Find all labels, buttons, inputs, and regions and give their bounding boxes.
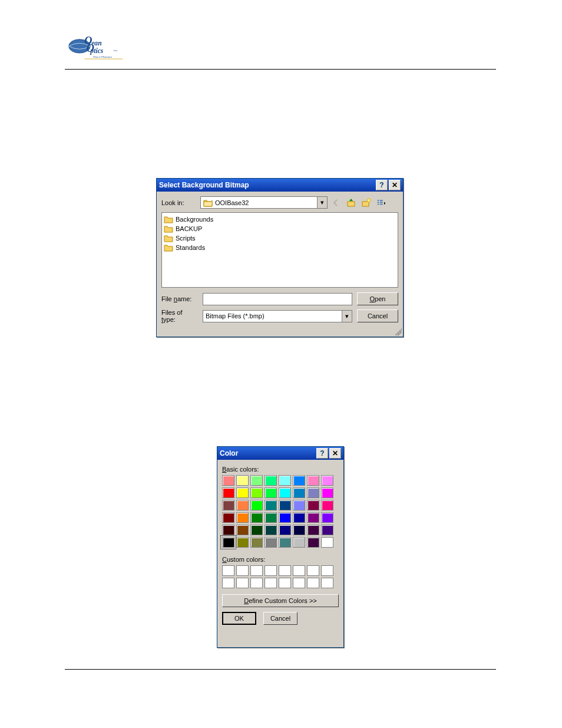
- custom-color-slot[interactable]: [279, 565, 291, 576]
- filetype-value: Bitmap Files (*.bmp): [203, 312, 342, 319]
- color-swatch[interactable]: [222, 525, 234, 535]
- up-one-level-icon[interactable]: [345, 197, 357, 209]
- list-item-label: Scripts: [176, 235, 196, 242]
- chevron-down-icon[interactable]: ▾: [317, 197, 327, 208]
- color-swatch[interactable]: [293, 487, 305, 498]
- color-swatch[interactable]: [321, 487, 333, 498]
- color-swatch[interactable]: [222, 512, 234, 523]
- back-icon[interactable]: [330, 197, 342, 209]
- cancel-button[interactable]: Cancel: [263, 612, 297, 625]
- custom-color-slot[interactable]: [321, 578, 333, 588]
- list-item[interactable]: Standards: [164, 243, 396, 252]
- color-swatch[interactable]: [236, 475, 249, 486]
- color-swatch[interactable]: [265, 525, 277, 535]
- lookin-label: Look in:: [161, 199, 198, 206]
- define-custom-colors-button[interactable]: Define Custom Colors >>: [222, 594, 339, 607]
- color-swatch[interactable]: [307, 512, 319, 523]
- color-swatch[interactable]: [250, 475, 263, 486]
- cancel-button[interactable]: Cancel: [357, 309, 398, 322]
- color-swatch[interactable]: [236, 525, 249, 535]
- help-button[interactable]: ?: [376, 180, 388, 190]
- color-swatch[interactable]: [222, 500, 234, 510]
- custom-color-slot[interactable]: [236, 565, 249, 576]
- color-swatch[interactable]: [321, 512, 333, 523]
- color-swatch[interactable]: [222, 487, 234, 498]
- color-swatch[interactable]: [265, 537, 277, 548]
- list-item-label: BACKUP: [176, 225, 202, 232]
- color-swatch[interactable]: [293, 537, 305, 548]
- help-button[interactable]: ?: [316, 448, 328, 459]
- color-swatch[interactable]: [307, 537, 319, 548]
- color-swatch[interactable]: [293, 525, 305, 535]
- color-swatch[interactable]: [307, 475, 319, 486]
- custom-color-slot[interactable]: [222, 565, 234, 576]
- custom-color-slot[interactable]: [250, 565, 263, 576]
- svg-text:Inc.: Inc.: [114, 49, 118, 52]
- color-swatch[interactable]: [250, 525, 263, 535]
- color-swatch[interactable]: [236, 487, 249, 498]
- svg-rect-18: [380, 203, 383, 205]
- color-swatch[interactable]: [265, 487, 277, 498]
- color-swatch[interactable]: [321, 500, 333, 510]
- custom-color-slot[interactable]: [250, 578, 263, 588]
- color-swatch[interactable]: [293, 500, 305, 510]
- custom-color-slot[interactable]: [279, 578, 291, 588]
- color-swatch[interactable]: [279, 487, 291, 498]
- color-swatch[interactable]: [265, 475, 277, 486]
- custom-color-slot[interactable]: [236, 578, 249, 588]
- color-swatch[interactable]: [250, 512, 263, 523]
- color-swatch[interactable]: [222, 475, 234, 486]
- color-swatch[interactable]: [279, 475, 291, 486]
- color-swatch[interactable]: [222, 537, 234, 548]
- svg-rect-16: [380, 200, 383, 201]
- color-swatch[interactable]: [265, 500, 277, 510]
- custom-color-slot[interactable]: [321, 565, 333, 576]
- new-folder-icon[interactable]: [361, 197, 372, 209]
- color-swatch[interactable]: [236, 500, 249, 510]
- view-menu-icon[interactable]: [376, 197, 388, 209]
- custom-color-slot[interactable]: [293, 565, 305, 576]
- list-item[interactable]: Backgrounds: [164, 215, 396, 224]
- svg-rect-17: [380, 202, 383, 203]
- color-swatch[interactable]: [279, 500, 291, 510]
- list-item[interactable]: Scripts: [164, 233, 396, 243]
- close-button[interactable]: ✕: [389, 180, 401, 190]
- color-swatch[interactable]: [279, 512, 291, 523]
- open-button[interactable]: Open: [357, 292, 398, 305]
- lookin-combo[interactable]: OOIBase32 ▾: [200, 196, 328, 209]
- color-swatch[interactable]: [279, 537, 291, 548]
- svg-text:First in Photonics: First in Photonics: [93, 55, 112, 58]
- color-swatch[interactable]: [293, 512, 305, 523]
- chevron-down-icon[interactable]: ▾: [342, 311, 352, 322]
- custom-color-slot[interactable]: [265, 565, 277, 576]
- color-swatch[interactable]: [321, 525, 333, 535]
- custom-color-slot[interactable]: [307, 565, 319, 576]
- filetype-label: Files of type:: [161, 309, 198, 323]
- color-swatch[interactable]: [293, 475, 305, 486]
- custom-color-slot[interactable]: [222, 578, 234, 588]
- resize-grip[interactable]: [395, 328, 402, 335]
- list-item[interactable]: BACKUP: [164, 224, 396, 233]
- custom-color-slot[interactable]: [265, 578, 277, 588]
- color-swatch[interactable]: [321, 475, 333, 486]
- custom-color-slot[interactable]: [307, 578, 319, 588]
- close-button[interactable]: ✕: [329, 448, 341, 459]
- filetype-combo[interactable]: Bitmap Files (*.bmp) ▾: [203, 310, 352, 322]
- color-swatch[interactable]: [321, 537, 333, 548]
- custom-color-slot[interactable]: [293, 578, 305, 588]
- file-list[interactable]: Backgrounds BACKUP Scripts Standards: [161, 212, 398, 288]
- filename-input[interactable]: [203, 293, 352, 305]
- color-swatch[interactable]: [307, 487, 319, 498]
- color-swatch[interactable]: [307, 500, 319, 510]
- color-swatch[interactable]: [236, 512, 249, 523]
- list-item-label: Standards: [176, 244, 205, 251]
- color-swatch[interactable]: [250, 537, 263, 548]
- color-swatch[interactable]: [265, 512, 277, 523]
- color-swatch[interactable]: [307, 525, 319, 535]
- color-swatch[interactable]: [250, 487, 263, 498]
- color-swatch[interactable]: [279, 525, 291, 535]
- dialog-title: Color: [220, 449, 315, 457]
- color-swatch[interactable]: [250, 500, 263, 510]
- ok-button[interactable]: OK: [222, 612, 256, 625]
- color-swatch[interactable]: [236, 537, 249, 548]
